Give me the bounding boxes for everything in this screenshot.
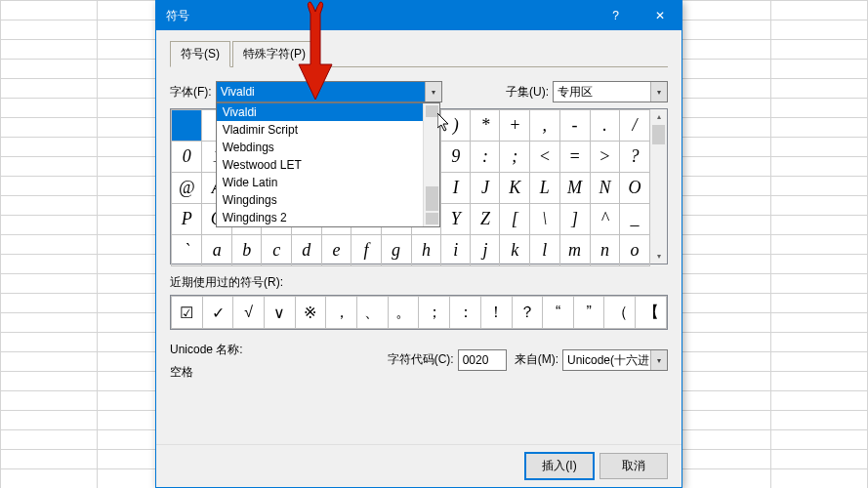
tab-special-chars[interactable]: 特殊字符(P) — [232, 41, 316, 67]
symbol-cell[interactable]: d — [291, 235, 321, 266]
insert-button[interactable]: 插入(I) — [525, 453, 594, 479]
symbol-cell[interactable]: + — [500, 110, 530, 142]
symbol-cell[interactable]: b — [232, 235, 262, 266]
symbol-cell[interactable]: k — [500, 235, 530, 266]
recent-symbol-cell[interactable]: （ — [604, 297, 636, 329]
symbol-cell[interactable]: ; — [500, 142, 530, 173]
recent-symbol-cell[interactable]: 、 — [357, 297, 389, 329]
recent-symbol-cell[interactable]: ： — [450, 297, 481, 329]
recent-symbol-cell[interactable]: ！ — [480, 297, 512, 329]
close-icon: ✕ — [655, 9, 665, 22]
titlebar[interactable]: 符号 ? ✕ — [156, 1, 682, 30]
symbol-cell[interactable]: ) — [441, 110, 471, 142]
recent-symbol-cell[interactable]: ※ — [295, 297, 326, 329]
scroll-down-icon[interactable]: ▾ — [650, 249, 667, 264]
from-dropdown-button[interactable]: ▾ — [650, 350, 667, 370]
recent-symbol-cell[interactable]: ✓ — [202, 297, 233, 329]
recent-symbol-cell[interactable]: ☑ — [172, 297, 203, 329]
symbol-cell[interactable]: c — [262, 235, 291, 266]
symbol-cell[interactable]: , — [530, 110, 560, 142]
recent-symbol-cell[interactable]: ∨ — [264, 297, 295, 329]
tab-symbols[interactable]: 符号(S) — [170, 41, 230, 67]
symbol-cell[interactable]: J — [471, 173, 500, 204]
symbol-cell[interactable]: _ — [620, 204, 650, 235]
font-option[interactable]: Vladimir Script — [217, 121, 439, 139]
symbol-cell[interactable] — [172, 110, 202, 142]
recent-symbol-cell[interactable]: 。 — [388, 297, 419, 329]
symbol-cell[interactable]: l — [530, 235, 560, 266]
scroll-thumb[interactable] — [426, 186, 438, 211]
symbol-cell[interactable]: - — [559, 110, 590, 142]
symbol-cell[interactable]: i — [441, 235, 471, 266]
symbol-cell[interactable]: @ — [172, 173, 202, 204]
symbol-cell[interactable]: \ — [530, 204, 560, 235]
font-option[interactable]: Vivaldi — [217, 103, 439, 121]
symbol-cell[interactable]: f — [351, 235, 381, 266]
font-option[interactable]: Wingdings 2 — [217, 209, 439, 226]
from-combobox[interactable]: ▾ — [562, 349, 668, 371]
char-code-input[interactable] — [458, 349, 507, 371]
recent-symbol-cell[interactable]: ， — [326, 297, 357, 329]
symbol-cell[interactable]: O — [620, 173, 650, 204]
symbol-cell[interactable]: 9 — [441, 142, 471, 173]
font-dropdown-button[interactable]: ▾ — [425, 82, 441, 102]
symbol-cell[interactable]: L — [530, 173, 560, 204]
cancel-button[interactable]: 取消 — [599, 453, 668, 479]
symbol-cell[interactable]: / — [620, 110, 650, 142]
close-button[interactable]: ✕ — [638, 1, 682, 30]
symbol-cell[interactable]: M — [559, 173, 590, 204]
symbol-cell[interactable]: : — [471, 142, 500, 173]
symbol-cell[interactable]: ^ — [590, 204, 620, 235]
symbol-cell[interactable]: ] — [559, 204, 590, 235]
symbol-cell[interactable]: j — [471, 235, 500, 266]
recent-symbols[interactable]: ☑✓√∨※，、。；：！？“”（【 — [170, 295, 668, 330]
symbol-cell[interactable]: h — [411, 235, 441, 266]
font-option[interactable]: Wide Latin — [217, 174, 439, 191]
chevron-down-icon: ▾ — [657, 88, 661, 97]
symbol-dialog: 符号 ? ✕ 符号(S) 特殊字符(P) 字体(F): ▾ Vivaldi Vl… — [155, 0, 682, 488]
symbol-cell[interactable]: > — [590, 142, 620, 173]
symbol-cell[interactable]: 0 — [172, 142, 202, 173]
scroll-thumb[interactable] — [652, 125, 665, 144]
symbol-cell[interactable]: ` — [172, 235, 202, 266]
symbol-cell[interactable]: o — [620, 235, 650, 266]
symbol-cell[interactable]: * — [471, 110, 500, 142]
symbol-cell[interactable]: < — [530, 142, 560, 173]
font-dropdown-list[interactable]: Vivaldi Vladimir Script Webdings Westwoo… — [216, 102, 440, 227]
symbol-cell[interactable]: m — [559, 235, 590, 266]
recent-symbol-cell[interactable]: 【 — [636, 297, 667, 329]
symbol-cell[interactable]: [ — [500, 204, 530, 235]
recent-symbol-cell[interactable]: √ — [233, 297, 265, 329]
font-option[interactable]: Wingdings — [217, 191, 439, 209]
tab-bar: 符号(S) 特殊字符(P) — [170, 40, 668, 67]
symbol-cell[interactable]: Y — [441, 204, 471, 235]
recent-symbol-cell[interactable]: ； — [419, 297, 450, 329]
symbol-grid-scrollbar[interactable]: ▴ ▾ — [650, 109, 667, 264]
symbol-cell[interactable]: N — [590, 173, 620, 204]
dropdown-scrollbar[interactable] — [423, 103, 439, 226]
font-option[interactable]: Westwood LET — [217, 156, 439, 174]
recent-symbol-cell[interactable]: ？ — [512, 297, 543, 329]
symbol-cell[interactable]: P — [172, 204, 202, 235]
subset-combobox[interactable]: ▾ — [553, 81, 668, 102]
symbol-cell[interactable]: n — [590, 235, 620, 266]
font-option[interactable]: Webdings — [217, 139, 439, 156]
scroll-up-icon — [426, 105, 438, 117]
symbol-cell[interactable]: Z — [471, 204, 500, 235]
recent-symbol-cell[interactable]: ” — [573, 297, 604, 329]
help-button[interactable]: ? — [594, 1, 638, 30]
symbol-cell[interactable]: = — [559, 142, 590, 173]
symbol-cell[interactable]: a — [202, 235, 232, 266]
symbol-cell[interactable]: . — [590, 110, 620, 142]
symbol-cell[interactable]: K — [500, 173, 530, 204]
font-input[interactable] — [216, 81, 442, 102]
symbol-cell[interactable]: ? — [620, 142, 650, 173]
scroll-up-icon[interactable]: ▴ — [650, 109, 667, 124]
symbol-cell[interactable]: e — [321, 235, 351, 266]
subset-dropdown-button[interactable]: ▾ — [650, 82, 667, 102]
symbol-cell[interactable]: I — [441, 173, 471, 204]
recent-symbol-cell[interactable]: “ — [543, 297, 574, 329]
symbol-cell[interactable]: g — [381, 235, 411, 266]
char-code-label: 字符代码(C): — [388, 351, 454, 368]
font-combobox[interactable]: ▾ Vivaldi Vladimir Script Webdings Westw… — [216, 81, 442, 102]
